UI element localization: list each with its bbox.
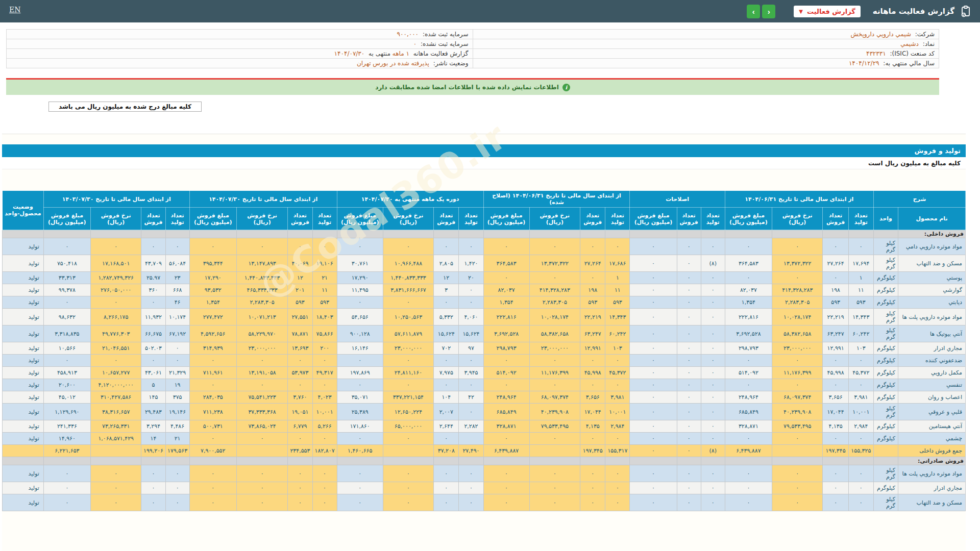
value-cell: ۰ — [677, 391, 701, 404]
value-cell: ۷۹,۵۳۳,۴۹۵ — [772, 420, 823, 433]
value-cell — [701, 457, 725, 465]
table-row: مواد موثره دارویي داميکیلو گرم۰۰۰۰۰۰۰۰۰۰… — [3, 238, 966, 255]
value-cell: ۲۱ — [165, 433, 189, 445]
value-cell: ۰ — [189, 238, 236, 255]
value-cell: ۱۷,۶۸۶ — [605, 255, 630, 272]
table-row: مواد موثره دارویي پلت هاکیلو گرم۱۴,۳۴۳۲۲… — [3, 309, 966, 325]
unit-cell — [873, 445, 898, 457]
next-report-button[interactable]: › — [747, 5, 760, 18]
value-cell: ۰ — [701, 494, 725, 511]
value-cell: ۰ — [90, 465, 141, 482]
value-cell: ۷۳,۸۶۵,۰۲۴ — [236, 420, 288, 433]
value-cell — [383, 457, 433, 465]
col-group-1: اصلاحات — [630, 191, 725, 208]
prev-report-button[interactable]: ‹ — [762, 5, 775, 18]
value-cell: ۰ — [434, 296, 459, 309]
value-cell: ۷۸,۸۷۱ — [288, 325, 312, 342]
language-switch-link[interactable]: EN — [9, 6, 20, 14]
value-cell: ۰ — [189, 379, 236, 391]
value-cell: ۷۵,۸۶۶ — [312, 325, 337, 342]
status-cell: تولید — [3, 355, 44, 367]
col-subheader: مبلغ فروش (میلیون ریال) — [189, 208, 236, 230]
value-cell: ۷۵۰,۴۱۸ — [43, 255, 90, 272]
value-cell — [580, 230, 605, 238]
value-cell: ۰ — [725, 433, 772, 445]
value-cell: ۰ — [848, 355, 873, 367]
value-cell: ۰ — [288, 379, 312, 391]
value-cell: ۰ — [236, 494, 288, 511]
section-row: فروش داخلی: — [3, 230, 966, 238]
value-cell: ۵۹۳ — [288, 296, 312, 309]
value-cell: ۰ — [434, 433, 459, 445]
value-cell: ۰ — [165, 482, 189, 494]
value-cell: ۰ — [90, 482, 141, 494]
amounts-unit-note: کلیه مبالغ درج شده به میلیون ریال می باش… — [48, 102, 202, 112]
value-cell: ۲,۲۸۳,۳۰۵ — [236, 296, 288, 309]
value-cell: ۱,۴۶۰,۶۶۵ — [337, 445, 383, 457]
value-cell: ۶۰,۲۴۲ — [848, 325, 873, 342]
value-cell: ۱۹۹,۲۰۶ — [141, 445, 165, 457]
value-cell: ۲,۹۸۴ — [605, 420, 630, 433]
company-info-panel: شرکت: شیمي دارویي داروپخشسرمایه ثبت شده:… — [6, 29, 939, 68]
value-cell: ۴۱۴,۳۲۸,۲۸۳ — [772, 284, 823, 296]
value-cell — [677, 230, 701, 238]
value-cell: ۳ — [434, 284, 459, 296]
value-cell: ۰ — [434, 379, 459, 391]
value-cell: ۴,۱۳۵ — [580, 420, 605, 433]
value-cell: ۰ — [677, 420, 701, 433]
table-row: مکمل دارویيکیلوگرم۴۵,۳۷۲۴۵,۹۹۸۱۱,۱۷۶,۳۹۹… — [3, 367, 966, 379]
section-row: فروش صادراتی: — [3, 457, 966, 465]
status-cell: تولید — [3, 379, 44, 391]
value-cell: ۰ — [677, 482, 701, 494]
value-cell: ۵۰۰,۷۳۱ — [189, 420, 236, 433]
value-cell: ۰ — [701, 379, 725, 391]
value-cell: ۲,۸۰۵ — [434, 255, 459, 272]
value-cell: ۰ — [630, 391, 677, 404]
value-cell: ۵۸,۳۸۲,۶۵۸ — [772, 325, 823, 342]
value-cell: ۰ — [434, 482, 459, 494]
value-cell: ۱۷۱,۸۶۰ — [337, 420, 383, 433]
value-cell: ۱۸۲,۸۰۷ — [312, 445, 337, 457]
value-cell: ۰ — [383, 465, 433, 482]
value-cell: ۰ — [677, 284, 701, 296]
value-cell: ۳,۶۹۲,۵۲۸ — [725, 325, 772, 342]
value-cell: ۰ — [848, 494, 873, 511]
value-cell: ۰ — [90, 494, 141, 511]
value-cell: ۰ — [605, 355, 630, 367]
total-row: جمع فروش داخلی۱۵۵,۳۲۵۱۹۷,۳۴۵۶,۴۳۹,۸۸۷(۸)… — [3, 445, 966, 457]
value-cell: ۱۱,۹۳۲ — [141, 309, 165, 325]
value-cell: ۰ — [701, 238, 725, 255]
value-cell: ۲۰ — [459, 272, 483, 284]
value-cell — [725, 457, 772, 465]
value-cell: ۰ — [580, 379, 605, 391]
value-cell: ۶۷,۱۹۲ — [165, 325, 189, 342]
status-cell: تولید — [3, 494, 44, 511]
info-label: کد صنعت (ISIC): — [890, 50, 935, 57]
value-cell: ۶۳,۲۴۷ — [580, 325, 605, 342]
value-cell: ۱۰,۹۶۶,۴۸۸ — [383, 255, 433, 272]
value-cell: ۰ — [141, 494, 165, 511]
product-name-cell: مواد موثره دارویي دامي — [898, 238, 966, 255]
value-cell: ۲۵,۳۸۹ — [337, 404, 383, 420]
value-cell: ۱۶,۱۴۶ — [337, 342, 383, 355]
value-cell: ۰ — [823, 379, 848, 391]
value-cell: ۱,۴۴۰,۸۳۳,۳۳۳ — [236, 272, 288, 284]
report-type-dropdown[interactable]: گزارش فعالیت ▼ — [794, 6, 860, 17]
value-cell: ۰ — [483, 465, 529, 482]
col-subheader: تعداد فروش — [141, 208, 165, 230]
value-cell — [823, 457, 848, 465]
status-cell: تولید — [3, 404, 44, 420]
unit-cell: کیلو گرم — [873, 255, 898, 272]
product-name-cell: آنتي هیستامین — [898, 420, 966, 433]
table-row: مسکن و ضد التهابکیلو گرم۱۷,۶۹۴۲۷,۲۶۴۱۳,۳… — [3, 255, 966, 272]
unit-cell: کیلو گرم — [873, 494, 898, 511]
value-cell — [312, 230, 337, 238]
value-cell: ۱۵۵,۳۱۷ — [605, 445, 630, 457]
value-cell: ۰ — [605, 379, 630, 391]
unit-cell: کیلوگرم — [873, 379, 898, 391]
value-cell — [529, 230, 580, 238]
value-cell: ۱۲ — [434, 272, 459, 284]
production-sales-panel: تولید و فروش کلیه مبالغ به میلیون ریال ا… — [2, 134, 966, 551]
value-cell: ۱۱,۱۷۶,۳۹۹ — [529, 367, 580, 379]
value-cell: ۰ — [772, 482, 823, 494]
